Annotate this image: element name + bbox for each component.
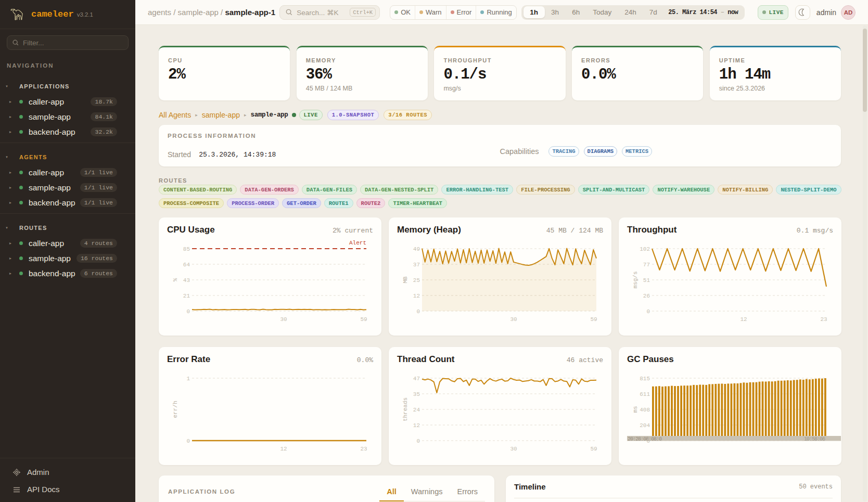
svg-text:Alert: Alert <box>349 240 366 246</box>
svg-text:20:28:08:08:0: 20:28:08:08:0 <box>628 436 662 442</box>
svg-text:23: 23 <box>820 316 827 323</box>
svg-text:43: 43 <box>183 277 190 284</box>
svg-text:0: 0 <box>646 308 650 315</box>
svg-text:12: 12 <box>280 446 287 452</box>
svg-text:12: 12 <box>413 422 420 429</box>
svg-text:%: % <box>172 278 178 281</box>
svg-text:30: 30 <box>280 316 287 323</box>
svg-text:ms: ms <box>632 406 639 413</box>
svg-text:102: 102 <box>640 246 650 252</box>
svg-text:59: 59 <box>590 316 597 323</box>
svg-text:59: 59 <box>590 446 597 452</box>
svg-text:37: 37 <box>413 262 420 268</box>
svg-text:err/h: err/h <box>172 401 178 418</box>
svg-text:threads: threads <box>402 397 409 421</box>
svg-text:30: 30 <box>510 446 517 452</box>
svg-text:47: 47 <box>413 376 420 382</box>
svg-text:21: 21 <box>183 293 190 299</box>
svg-text:49: 49 <box>413 246 420 252</box>
svg-text:24: 24 <box>413 407 420 413</box>
svg-text:35: 35 <box>413 391 420 397</box>
svg-text:815: 815 <box>640 376 650 382</box>
svg-text:25: 25 <box>413 277 420 284</box>
svg-text:10:58:06: 10:58:06 <box>804 436 825 442</box>
svg-text:0: 0 <box>416 438 420 444</box>
svg-text:12: 12 <box>740 316 747 323</box>
svg-text:0: 0 <box>416 308 420 315</box>
svg-text:77: 77 <box>643 262 650 268</box>
svg-text:30: 30 <box>510 316 517 323</box>
svg-text:12: 12 <box>413 293 420 299</box>
svg-text:85: 85 <box>183 246 190 252</box>
svg-text:0: 0 <box>186 438 190 444</box>
svg-text:1: 1 <box>186 376 190 382</box>
svg-text:408: 408 <box>640 407 650 413</box>
svg-text:0: 0 <box>646 438 650 444</box>
svg-text:msg/s: msg/s <box>632 271 639 288</box>
svg-text:204: 204 <box>640 422 650 429</box>
svg-text:23: 23 <box>360 446 367 452</box>
svg-text:26: 26 <box>643 293 650 299</box>
svg-text:51: 51 <box>643 277 650 284</box>
svg-text:64: 64 <box>183 262 190 268</box>
svg-text:0: 0 <box>186 308 190 315</box>
svg-text:611: 611 <box>640 391 650 397</box>
svg-text:59: 59 <box>360 316 367 323</box>
svg-text:MB: MB <box>402 276 409 284</box>
